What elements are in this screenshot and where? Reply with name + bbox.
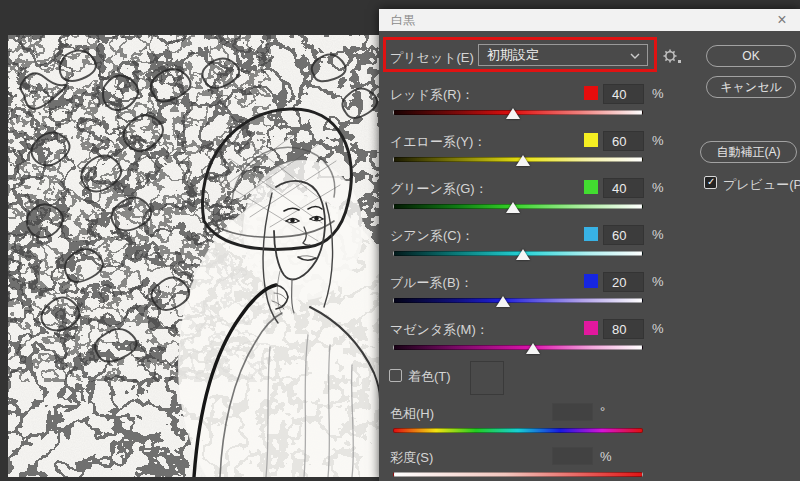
channel-value-input[interactable]: 60: [603, 131, 644, 151]
channel-track[interactable]: [393, 345, 643, 350]
channel-swatch: [584, 133, 598, 147]
preview-checkbox[interactable]: [704, 176, 717, 189]
hue-label: 色相(H): [390, 405, 434, 423]
channel-value-input[interactable]: 40: [603, 178, 644, 198]
channel-thumb[interactable]: [506, 202, 520, 213]
channel-unit: %: [652, 227, 664, 242]
channel-thumb[interactable]: [506, 108, 520, 119]
dialog-titlebar[interactable]: 白黒 ×: [379, 9, 800, 31]
channel-unit: %: [652, 133, 664, 148]
preset-dropdown[interactable]: 初期設定: [478, 44, 648, 66]
channel-value-input[interactable]: 40: [603, 84, 644, 104]
preset-value: 初期設定: [487, 46, 539, 64]
chevron-down-icon: [630, 53, 640, 59]
tint-checkbox[interactable]: [389, 369, 402, 382]
channel-thumb[interactable]: [516, 249, 530, 260]
tint-color-swatch[interactable]: [470, 361, 504, 395]
channel-value-input[interactable]: 80: [603, 319, 644, 339]
channel-label: ブルー系(B)：: [390, 274, 473, 292]
hue-unit: °: [600, 404, 605, 419]
channel-label: マゼンタ系(M)：: [390, 321, 489, 339]
channel-unit: %: [652, 321, 664, 336]
channel-swatch: [584, 86, 598, 100]
channel-value-input[interactable]: 60: [603, 225, 644, 245]
sketch-image: [8, 35, 380, 477]
preview-label: プレビュー(P): [723, 176, 800, 194]
channel-swatch: [584, 180, 598, 194]
channel-thumb[interactable]: [526, 343, 540, 354]
hue-track: [393, 428, 643, 433]
black-white-dialog: 白黒 × プリセット(E)： 初期設定 OK キャンセル 自動補正(A) プレビ…: [379, 9, 800, 481]
channel-track[interactable]: [393, 204, 643, 209]
channel-unit: %: [652, 274, 664, 289]
saturation-value-input: [552, 447, 593, 465]
channel-label: シアン系(C)：: [390, 227, 474, 245]
channel-label: イエロー系(Y)：: [390, 133, 486, 151]
cancel-button[interactable]: キャンセル: [706, 76, 796, 98]
channel-track[interactable]: [393, 298, 643, 303]
channel-thumb[interactable]: [496, 296, 510, 307]
channel-swatch: [584, 274, 598, 288]
close-icon[interactable]: ×: [770, 9, 794, 31]
ok-button[interactable]: OK: [706, 45, 796, 67]
channel-thumb[interactable]: [516, 155, 530, 166]
preset-label: プリセット(E)：: [390, 49, 487, 67]
sketch-drawing: [8, 35, 380, 477]
hue-value-input: [552, 403, 593, 421]
saturation-unit: %: [600, 449, 612, 464]
saturation-track: [393, 472, 643, 477]
channel-track[interactable]: [393, 110, 643, 115]
channel-unit: %: [652, 86, 664, 101]
channel-label: レッド系(R)：: [390, 86, 474, 104]
channel-swatch: [584, 227, 598, 241]
channel-track[interactable]: [393, 157, 643, 162]
channel-track[interactable]: [393, 251, 643, 256]
dialog-title: 白黒: [379, 12, 415, 29]
auto-correct-button[interactable]: 自動補正(A): [700, 141, 797, 163]
channel-swatch: [584, 321, 598, 335]
channel-label: グリーン系(G)：: [390, 180, 488, 198]
tint-label: 着色(T): [408, 368, 451, 386]
gear-icon[interactable]: [662, 48, 682, 64]
channel-unit: %: [652, 180, 664, 195]
saturation-label: 彩度(S): [390, 449, 433, 467]
channel-value-input[interactable]: 20: [603, 272, 644, 292]
